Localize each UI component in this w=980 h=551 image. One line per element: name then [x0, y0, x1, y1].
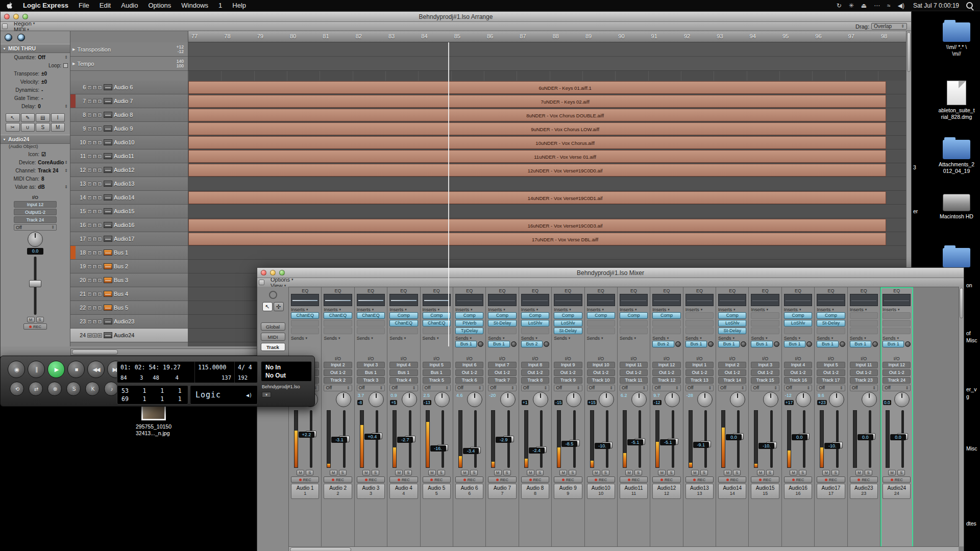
insert-slot[interactable]: Comp [488, 312, 516, 319]
track-slot[interactable]: Track 8 [521, 377, 549, 384]
param-row[interactable]: Device:CoreAudio⇕ [1, 158, 70, 166]
drag-mode-select[interactable]: Overlap⇕ [871, 23, 907, 30]
inserts-label[interactable]: Inserts▾ [817, 307, 845, 312]
param-row[interactable]: Value as:dB⇕ [1, 183, 70, 191]
scrollbar-thumb[interactable] [72, 349, 118, 355]
eq-thumbnail[interactable] [883, 294, 911, 306]
menu-edit[interactable]: Edit [94, 2, 116, 9]
insert-slot[interactable] [751, 312, 779, 319]
track-slot[interactable]: Track 7 [488, 377, 516, 384]
pan-knob[interactable] [599, 392, 614, 407]
mixer-vertical-scrollbar[interactable] [959, 287, 964, 546]
param-row[interactable]: Dynamics:- [1, 86, 70, 94]
solo-button[interactable]: S [92, 154, 97, 159]
track-slot[interactable]: Track 6 [455, 377, 483, 384]
insert-slot[interactable] [817, 328, 845, 334]
track-slot[interactable]: Track 3 [357, 377, 385, 384]
window-link-icon[interactable] [259, 280, 264, 285]
solo-button[interactable]: S [92, 113, 97, 117]
insert-slot[interactable] [357, 328, 385, 334]
menu-bar-clock[interactable]: Sat Jul 7 0:00:19 [908, 2, 964, 9]
record-enable-button[interactable]: REC [554, 477, 582, 483]
menu-audio[interactable]: Audio [116, 2, 143, 9]
mute-button[interactable]: M [297, 470, 304, 475]
mute-button[interactable]: M [724, 470, 731, 475]
inserts-label[interactable]: Inserts▾ [324, 307, 352, 312]
window-link-icon[interactable] [2, 23, 8, 29]
sends-label[interactable]: Sends▾ [685, 335, 714, 341]
send-slot[interactable]: Bus 1 [883, 341, 904, 347]
channel-strip-audio-9[interactable]: EQInserts▾CompLoShlvSt-DelaySends▾I/OInp… [552, 287, 584, 551]
solo-button[interactable]: S [897, 470, 905, 475]
automation-mode[interactable]: Off⇕ [883, 385, 911, 391]
track-slot[interactable]: Track 16 [784, 377, 812, 384]
insert-slot[interactable] [389, 328, 418, 334]
record-button[interactable]: R [97, 223, 102, 228]
insert-slot[interactable] [620, 320, 648, 327]
track-header-bus-2[interactable]: 19MSRBus 2 [70, 260, 188, 273]
record-enable-button[interactable]: REC [817, 477, 845, 483]
send-knob[interactable] [774, 341, 779, 347]
param-row[interactable]: Icon:☑ [1, 150, 70, 158]
input-slot[interactable]: Input 5 [817, 362, 845, 368]
track-slot[interactable]: Track 15 [751, 377, 779, 384]
pan-knob[interactable] [500, 392, 516, 407]
play-button[interactable]: ▶ [47, 361, 65, 378]
track-slot[interactable]: Track 24 [883, 377, 911, 384]
insert-slot[interactable]: Comp [620, 312, 648, 319]
midi-thru-header[interactable]: ▼MIDI THRU [1, 44, 70, 53]
solo-button[interactable]: S [92, 292, 97, 296]
audio-region[interactable]: 16uNDER - Vox Verse#19C0D3.aif [188, 219, 886, 232]
mute-button[interactable]: M [87, 306, 92, 310]
mute-button[interactable]: M [822, 470, 830, 475]
inserts-label[interactable]: Inserts▾ [521, 307, 549, 312]
track-header-bus-3[interactable]: 20MSRBus 3 [70, 273, 188, 287]
mute-button[interactable]: M [87, 223, 92, 228]
insert-slot[interactable]: LoShlv [784, 320, 812, 327]
insert-slot[interactable]: Comp [587, 312, 615, 319]
eraser-tool[interactable]: ▤ [36, 113, 50, 122]
record-button[interactable]: ◉ [8, 361, 25, 378]
track-slot[interactable]: Track 13 [685, 377, 714, 384]
solo-button[interactable]: S [92, 182, 97, 186]
insert-slot[interactable]: Comp [455, 312, 483, 319]
send-knob[interactable] [806, 341, 812, 347]
insert-slot[interactable] [587, 320, 615, 327]
hand-tool[interactable]: ✣ [274, 302, 284, 311]
insert-slot[interactable]: Comp [817, 312, 845, 319]
channel-strip-audio-2[interactable]: EQInserts▾ChanEQSends▾I/OInput 2Out 1-2T… [322, 287, 354, 551]
pan-knob[interactable] [631, 392, 647, 407]
output-slot[interactable]: Bus 1 [357, 369, 385, 376]
channel-strip-audio24[interactable]: EQInserts▾Sends▾Bus 1I/OInput 12Out 1-2T… [880, 287, 913, 551]
eq-thumbnail[interactable] [488, 294, 516, 306]
record-button[interactable]: R [97, 292, 102, 296]
audio-region[interactable]: 8uNDER - Vox Chorus DOUBLE.aiff [188, 109, 886, 121]
send-knob[interactable] [544, 341, 549, 347]
solo-button[interactable]: S [92, 99, 97, 104]
insert-slot[interactable] [784, 328, 812, 334]
input-slot[interactable]: Input 11 [850, 362, 878, 368]
eq-thumbnail[interactable] [455, 294, 483, 306]
sends-label[interactable]: Sends▾ [784, 335, 812, 341]
channel-label[interactable]: Audio 33 [357, 484, 385, 499]
bar-ruler[interactable]: 7778798081828384858687888990919293949596… [188, 31, 906, 42]
inserts-label[interactable]: Inserts▾ [554, 307, 582, 312]
track-header-audio-6[interactable]: 6MSRAudio 6 [70, 81, 188, 94]
sends-label[interactable]: Sends▾ [521, 335, 549, 341]
solo-button[interactable]: S [372, 470, 379, 475]
record-button[interactable]: R [97, 168, 102, 172]
send-slot[interactable]: Bus 2 [652, 341, 674, 347]
track-slot[interactable]: Track 2 [324, 377, 352, 384]
inserts-label[interactable]: Inserts▾ [850, 307, 878, 312]
solo-button[interactable]: S [92, 127, 97, 131]
param-row[interactable]: MIDI Chan:8 [1, 174, 70, 183]
pan-knob[interactable] [763, 392, 778, 407]
inserts-label[interactable]: Inserts▾ [291, 307, 319, 312]
mute-button[interactable]: M [625, 470, 633, 475]
automation-mode[interactable]: Off⇕ [455, 385, 483, 391]
inserts-label[interactable]: Inserts▾ [423, 307, 451, 312]
eq-thumbnail[interactable] [718, 294, 746, 306]
channel-label[interactable]: Audio 55 [423, 484, 451, 499]
mute-button[interactable]: M [87, 333, 92, 338]
channel-label[interactable]: Audio 77 [488, 484, 516, 499]
